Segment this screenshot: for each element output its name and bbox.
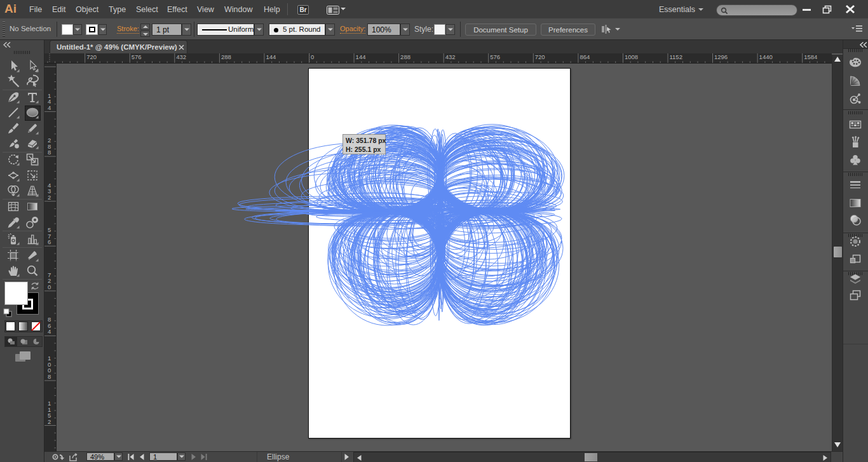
svg-text:4: 4 bbox=[48, 104, 51, 111]
svg-text:1152: 1152 bbox=[670, 53, 682, 60]
svg-text:144: 144 bbox=[266, 53, 276, 60]
svg-text:8: 8 bbox=[48, 373, 51, 380]
svg-text:864: 864 bbox=[580, 53, 590, 60]
svg-text:720: 720 bbox=[535, 53, 545, 60]
svg-text:1440: 1440 bbox=[759, 53, 773, 60]
svg-text:144: 144 bbox=[356, 53, 366, 60]
svg-text:576: 576 bbox=[132, 53, 142, 60]
svg-text:1008: 1008 bbox=[625, 53, 638, 60]
svg-text:720: 720 bbox=[86, 53, 97, 60]
svg-text:288: 288 bbox=[221, 53, 231, 60]
svg-text:8: 8 bbox=[48, 149, 51, 156]
svg-text:576: 576 bbox=[490, 53, 500, 60]
svg-text:288: 288 bbox=[400, 53, 410, 60]
svg-text:0: 0 bbox=[48, 283, 51, 290]
svg-text:4: 4 bbox=[48, 328, 51, 335]
svg-text:2: 2 bbox=[48, 418, 51, 425]
svg-text:1584: 1584 bbox=[804, 53, 817, 60]
svg-text:2: 2 bbox=[48, 194, 51, 201]
svg-text:432: 432 bbox=[445, 53, 456, 60]
svg-text:0: 0 bbox=[311, 53, 314, 60]
svg-text:432: 432 bbox=[176, 53, 186, 60]
svg-text:1296: 1296 bbox=[714, 53, 728, 60]
svg-text:6: 6 bbox=[48, 238, 51, 245]
